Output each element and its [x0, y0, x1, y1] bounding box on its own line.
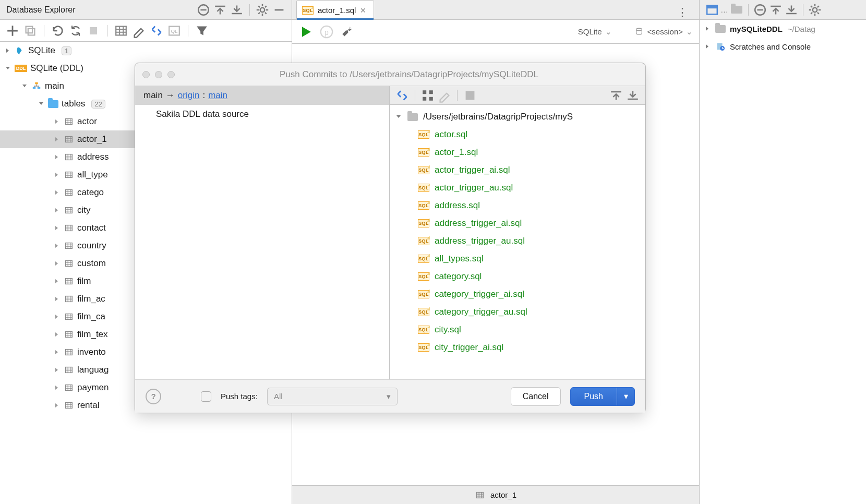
chevron-right-icon[interactable]	[53, 189, 61, 196]
changed-file-row[interactable]: SQLcategory_trigger_au.sql	[390, 303, 645, 321]
add-icon[interactable]	[5, 23, 20, 38]
cancel-button[interactable]: Cancel	[511, 387, 561, 406]
chevron-right-icon[interactable]	[53, 349, 61, 356]
editor-tab[interactable]: SQL actor_1.sql ✕	[296, 1, 374, 19]
dialect-dropdown[interactable]: SQLite ⌄	[578, 27, 612, 37]
stop-icon[interactable]	[86, 23, 101, 38]
expand-up-icon[interactable]	[768, 3, 783, 17]
branch-remote[interactable]: origin	[178, 90, 200, 101]
table-icon	[64, 205, 74, 215]
expand-down-icon[interactable]	[230, 3, 244, 17]
folder-row[interactable]: /Users/jetbrains/DatagripProjects/myS	[390, 108, 645, 126]
chevron-right-icon[interactable]	[53, 402, 61, 409]
svg-rect-27	[66, 403, 73, 409]
chevron-right-icon[interactable]	[53, 242, 61, 249]
datasource-sqlite[interactable]: SQLite 1	[0, 42, 292, 59]
push-button[interactable]: Push ▾	[570, 387, 635, 406]
session-dropdown[interactable]: <session> ⌄	[634, 27, 693, 37]
query-console-icon[interactable]: QL	[167, 23, 182, 38]
chevron-down-icon: ▾	[387, 392, 391, 401]
chevron-right-icon[interactable]	[53, 313, 61, 320]
table-icon[interactable]	[114, 23, 128, 38]
jump-to-source-icon[interactable]	[395, 88, 410, 103]
changed-file-row[interactable]: SQLactor_1.sql	[390, 143, 645, 161]
chevron-right-icon[interactable]	[53, 171, 61, 178]
chevron-right-icon[interactable]	[53, 118, 61, 125]
changed-file-row[interactable]: SQLcategory_trigger_ai.sql	[390, 285, 645, 303]
svg-rect-25	[66, 367, 73, 373]
open-folder-icon[interactable]	[729, 3, 744, 17]
tables-count: 22	[91, 100, 105, 109]
project-root[interactable]: mySQLiteDDL ~/Datag	[700, 20, 866, 38]
group-by-icon[interactable]	[420, 88, 435, 103]
filter-icon[interactable]	[195, 23, 209, 38]
changed-file-row[interactable]: SQLactor_trigger_ai.sql	[390, 161, 645, 179]
expand-down-icon[interactable]	[784, 3, 799, 17]
more-tabs-icon[interactable]: ⋮	[671, 6, 695, 19]
run-icon[interactable]	[298, 25, 313, 39]
chevron-right-icon[interactable]	[53, 331, 61, 338]
changed-file-row[interactable]: SQLaddress_trigger_au.sql	[390, 232, 645, 250]
expand-down-icon[interactable]	[626, 88, 640, 103]
chevron-right-icon[interactable]	[53, 384, 61, 391]
commit-label[interactable]: Sakila DDL data source	[135, 105, 389, 119]
folder-icon	[48, 100, 58, 108]
changed-file-row[interactable]: SQLactor.sql	[390, 126, 645, 143]
collapse-all-icon[interactable]	[196, 3, 211, 17]
changed-file-row[interactable]: SQLaddress.sql	[390, 197, 645, 214]
push-split-icon[interactable]: ▾	[617, 388, 634, 405]
branch-remote-ref[interactable]: main	[208, 90, 227, 101]
collapse-all-icon[interactable]	[753, 3, 767, 17]
table-name: city	[77, 205, 91, 215]
changed-file-row[interactable]: SQLcity_trigger_ai.sql	[390, 339, 645, 356]
edit-icon[interactable]	[437, 88, 452, 103]
svg-rect-4	[90, 27, 97, 34]
chevron-right-icon[interactable]	[53, 260, 61, 267]
copy-icon[interactable]	[23, 23, 38, 38]
chevron-right-icon[interactable]	[53, 366, 61, 374]
table-icon	[64, 365, 74, 375]
changed-file-row[interactable]: SQLactor_trigger_au.sql	[390, 179, 645, 197]
sync-icon[interactable]	[68, 23, 83, 38]
expand-up-icon[interactable]	[213, 3, 227, 17]
help-icon[interactable]: ?	[146, 389, 161, 404]
chevron-right-icon[interactable]	[53, 153, 61, 161]
changed-files-list[interactable]: /Users/jetbrains/DatagripProjects/myS SQ…	[390, 105, 645, 379]
svg-rect-19	[66, 261, 73, 267]
changed-file-row[interactable]: SQLaddress_trigger_ai.sql	[390, 214, 645, 232]
expand-up-icon[interactable]	[609, 88, 623, 103]
plan-icon[interactable]: p	[319, 25, 334, 39]
push-tags-select[interactable]: All ▾	[267, 388, 398, 405]
sql-file-icon: SQL	[418, 255, 429, 263]
scratches-node[interactable]: Scratches and Console	[700, 38, 866, 55]
gear-icon[interactable]	[808, 3, 822, 17]
panel-view-icon[interactable]	[705, 3, 719, 17]
window-traffic-lights[interactable]	[142, 71, 175, 78]
chevron-right-icon[interactable]	[53, 136, 61, 143]
changed-file-row[interactable]: SQLcity.sql	[390, 321, 645, 339]
svg-rect-24	[66, 350, 73, 355]
svg-rect-13	[66, 154, 73, 160]
changed-file-row[interactable]: SQLall_types.sql	[390, 250, 645, 268]
wrench-icon[interactable]	[340, 25, 355, 39]
table-name: film_ac	[77, 294, 105, 304]
push-tags-checkbox[interactable]	[201, 391, 211, 402]
sql-file-icon: SQL	[418, 166, 429, 174]
chevron-right-icon[interactable]	[53, 224, 61, 232]
jump-to-source-icon[interactable]	[149, 23, 164, 38]
schema-icon	[31, 81, 42, 91]
chevron-right-icon[interactable]	[53, 207, 61, 214]
minimize-icon[interactable]	[272, 3, 286, 17]
folder-path: /Users/jetbrains/DatagripProjects/myS	[423, 112, 573, 122]
gear-icon[interactable]	[255, 3, 270, 17]
chevron-right-icon[interactable]	[53, 278, 61, 285]
edit-icon[interactable]	[131, 23, 146, 38]
sql-file-icon: SQL	[418, 219, 429, 227]
chevron-right-icon[interactable]	[53, 295, 61, 303]
close-tab-icon[interactable]: ✕	[360, 6, 366, 15]
commits-tree[interactable]: main → origin : main Sakila DDL data sou…	[135, 86, 390, 379]
diff-icon[interactable]	[463, 88, 477, 103]
changed-file-row[interactable]: SQLcategory.sql	[390, 268, 645, 285]
refresh-icon[interactable]	[51, 23, 65, 38]
branch-row[interactable]: main → origin : main	[135, 86, 389, 105]
